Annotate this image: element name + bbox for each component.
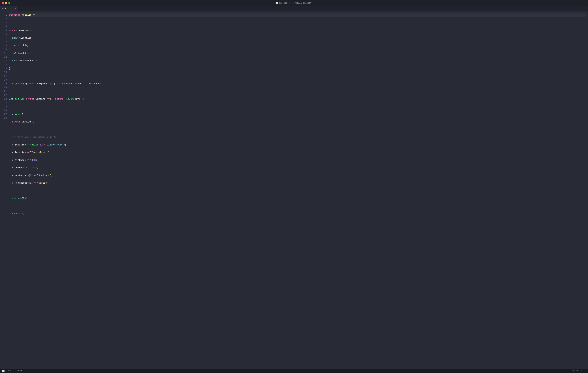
code-line-5: int birthday; [9, 44, 586, 48]
line-number: 11 [0, 51, 7, 55]
line-numbers: 1 2 3 4 5 6 7 8 9 10 11 12 13 14 15 16 1… [0, 11, 8, 369]
code-line-10: int _calcAge(struct Vampire *v) { return… [9, 82, 586, 86]
code-line-9 [9, 74, 586, 78]
nav-back-icon[interactable]: ‹ [8, 1, 11, 4]
line-number: 7 [0, 36, 7, 40]
code-line-7: char *weaknesses[2]; [9, 59, 586, 63]
code-line-24 [9, 189, 586, 193]
code-line-22: v.weaknesses[0] = "Sunlight"; [9, 174, 586, 178]
code-line-20: v.birthday = 1428; [9, 158, 586, 162]
code-line-26 [9, 204, 586, 208]
status-left: ⬜ Line 1, Column 1 [2, 370, 25, 372]
line-number: 4 [0, 25, 7, 29]
line-number: 26 [0, 109, 7, 113]
code-line-17: /* There was a guy named Vlad */ [9, 135, 586, 139]
code-line-27: return 0; [9, 212, 586, 216]
tabbar: dracula.c × [0, 6, 588, 11]
line-number: 8 [0, 40, 7, 44]
line-number: 25 [0, 105, 7, 109]
cursor-position: Line 1, Column 1 [7, 370, 25, 372]
line-number: 21 [0, 90, 7, 93]
file-icon: 📄 [275, 2, 278, 4]
line-number: 10 [0, 48, 7, 51]
nav-forward-icon[interactable]: › [11, 1, 14, 4]
statusbar: ⬜ Line 1, Column 1 Spaces: 2 C [0, 369, 588, 373]
line-number: 23 [0, 97, 7, 101]
line-number: 3 [0, 21, 7, 25]
close-button[interactable] [2, 2, 4, 4]
title-text: dracula.c — dracula-snippets [279, 2, 313, 4]
line-number: 15 [0, 67, 7, 71]
line-number: 20 [0, 86, 7, 90]
line-number: 6 [0, 32, 7, 36]
spaces-indicator: Spaces: 2 [572, 370, 582, 372]
line-number: 24 [0, 101, 7, 105]
line-number: 9 [0, 44, 7, 48]
dropdown-icon[interactable]: ⌄ [585, 2, 586, 4]
line-number: 16 [0, 71, 7, 74]
code-line-23: v.weaknesses[1] = "Garlic"; [9, 181, 586, 185]
line-number: 1 [0, 13, 7, 17]
code-line-16 [9, 128, 586, 132]
line-number: 19 [0, 82, 7, 86]
code-line-15: struct Vampire v; [9, 120, 586, 124]
code-line-1: #include <stdlib.h> [9, 13, 586, 17]
editor: 1 2 3 4 5 6 7 8 9 10 11 12 13 14 15 16 1… [0, 11, 588, 369]
line-number: 18 [0, 78, 7, 82]
minimize-button[interactable] [5, 2, 7, 4]
line-number: 14 [0, 63, 7, 67]
nav-arrows: ‹ › [8, 1, 15, 4]
tab-dracula[interactable]: dracula.c × [0, 6, 19, 11]
line-number: 17 [0, 74, 7, 78]
code-line-3: struct Vampire { [9, 29, 586, 32]
line-number: 22 [0, 93, 7, 97]
titlebar: ‹ › 📄 dracula.c — dracula-snippets ⌄ [0, 0, 588, 6]
code-line-21: v.deathdate = 1476; [9, 166, 586, 170]
code-line-14: int main() { [9, 113, 586, 116]
monitor-icon: ⬜ [2, 370, 5, 372]
code-line-8: }; [9, 67, 586, 71]
tab-filename: dracula.c [2, 7, 13, 10]
status-right: Spaces: 2 C [572, 370, 586, 372]
code-line-19: v.location = "Transylvania"; [9, 151, 586, 155]
line-number: 5 [0, 29, 7, 32]
code-line-28: } [9, 220, 586, 223]
line-number: 13 [0, 59, 7, 63]
code-line-6: int deathdate; [9, 51, 586, 55]
code-line-11 [9, 90, 586, 93]
code-line-4: char *location; [9, 36, 586, 40]
code-line-13 [9, 105, 586, 109]
line-number: 28 [0, 116, 7, 120]
language-indicator: C [585, 370, 586, 372]
line-number: 12 [0, 55, 7, 59]
code-line-2 [9, 21, 586, 25]
line-number: 2 [0, 17, 7, 21]
line-number: 27 [0, 113, 7, 116]
code-line-18: v.location = malloc(12 * sizeof(char)); [9, 143, 586, 147]
code-editor[interactable]: #include <stdlib.h> struct Vampire { cha… [8, 11, 588, 369]
code-line-12: int get_age(struct Vampire *v) { return … [9, 97, 586, 101]
tab-close-icon[interactable]: × [15, 7, 16, 10]
window-title: 📄 dracula.c — dracula-snippets [275, 2, 313, 4]
code-line-25: get_age(&v); [9, 197, 586, 200]
